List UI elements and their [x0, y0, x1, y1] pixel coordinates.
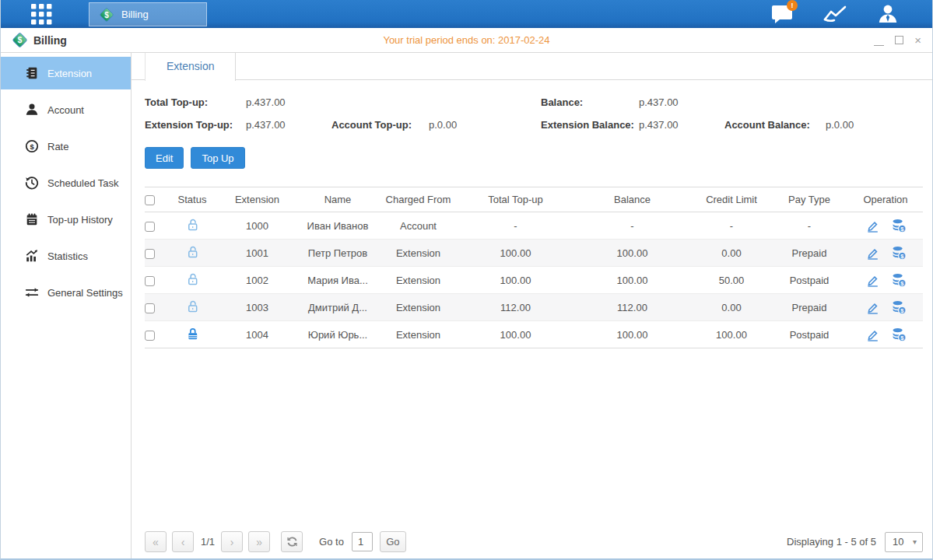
row-edit-button[interactable] — [865, 219, 879, 230]
balance-cell: 100.00 — [572, 267, 693, 294]
row-checkbox[interactable] — [145, 249, 155, 259]
sidebar-item-general-settings[interactable]: General Settings — [1, 276, 131, 309]
operation-cell: $ — [848, 267, 923, 294]
person-icon — [24, 103, 39, 117]
extension-cell: 1001 — [216, 240, 298, 267]
credit-limit-cell: 0.00 — [693, 294, 770, 321]
svg-text:$: $ — [30, 142, 34, 151]
last-page-button[interactable]: » — [248, 531, 270, 552]
prev-page-button[interactable]: ‹ — [172, 531, 194, 552]
apps-grid-icon[interactable] — [26, 0, 56, 28]
refresh-button[interactable] — [281, 531, 303, 552]
charged-from-cell: Extension — [377, 321, 459, 348]
table-row: 1002Мария Ива...Extension100.00100.0050.… — [145, 267, 923, 294]
column-header-total-topup: Total Top-up — [459, 187, 572, 212]
sidebar-item-topup-history[interactable]: Top-up History — [1, 203, 131, 236]
row-top-up-button[interactable]: $ — [892, 219, 907, 230]
table-row: 1003Дмитрий Д...Extension112.00112.000.0… — [145, 294, 923, 321]
tab-extension[interactable]: Extension — [145, 53, 236, 81]
row-top-up-button[interactable]: $ — [892, 246, 907, 257]
table-row: 1000Иван ИвановAccount----$ — [145, 212, 923, 240]
extension-topup-value: p.437.00 — [246, 119, 331, 131]
ledger-icon — [24, 212, 39, 227]
user-menu-button[interactable] — [875, 2, 901, 26]
operation-cell: $ — [848, 294, 923, 321]
total-topup-cell: 100.00 — [459, 240, 572, 267]
page-size-select[interactable]: 10 ▾ — [885, 532, 923, 552]
page-indicator: 1/1 — [201, 536, 215, 548]
row-top-up-button[interactable]: $ — [892, 327, 907, 339]
status-unlocked-icon — [186, 218, 199, 232]
goto-page-input[interactable] — [352, 532, 373, 551]
extension-book-icon — [24, 66, 39, 81]
extension-balance-label: Extension Balance: — [541, 119, 639, 131]
displaying-range-text: Displaying 1 - 5 of 5 — [787, 536, 876, 548]
maximize-button[interactable] — [895, 34, 903, 46]
sidebar-item-label: Scheduled Task — [47, 177, 119, 189]
pay-type-cell: Prepaid — [770, 240, 848, 267]
charged-from-cell: Extension — [377, 240, 459, 267]
sidebar-item-label: Statistics — [47, 250, 88, 262]
refresh-icon — [286, 536, 298, 548]
total-topup-value: p.437.00 — [246, 96, 331, 108]
extension-cell: 1004 — [216, 321, 298, 348]
status-cell — [168, 240, 216, 267]
sidebar-item-extension[interactable]: Extension — [1, 57, 131, 89]
credit-limit-cell: 100.00 — [693, 321, 770, 348]
sidebar-item-label: Rate — [47, 141, 68, 152]
close-button[interactable]: × — [914, 34, 921, 46]
notifications-button[interactable]: ! — [769, 2, 795, 26]
row-checkbox[interactable] — [145, 276, 155, 286]
account-balance-label: Account Balance: — [724, 119, 826, 131]
name-cell: Мария Ива... — [298, 267, 377, 294]
column-header-pay-type: Pay Type — [770, 187, 848, 212]
sidebar-item-statistics[interactable]: Statistics — [1, 240, 131, 272]
taskbar-tab-billing[interactable]: $ Billing — [89, 2, 207, 26]
row-edit-button[interactable] — [865, 273, 879, 285]
line-chart-icon — [823, 4, 847, 24]
row-edit-button[interactable] — [865, 300, 879, 312]
pay-type-cell: Prepaid — [770, 294, 848, 321]
credit-limit-cell: - — [693, 212, 770, 240]
row-top-up-button[interactable]: $ — [892, 273, 907, 285]
row-checkbox[interactable] — [145, 222, 155, 232]
balance-label: Balance: — [541, 96, 639, 108]
billing-summary: Total Top-up: p.437.00 Balance: p.437.00… — [145, 96, 923, 131]
edit-pencil-icon — [865, 273, 879, 287]
column-header-name: Name — [298, 187, 377, 212]
select-all-checkbox[interactable] — [145, 195, 155, 205]
reports-button[interactable] — [822, 2, 848, 26]
notification-badge: ! — [787, 0, 798, 11]
svg-text:$: $ — [18, 35, 23, 44]
row-edit-button[interactable] — [865, 327, 879, 339]
edit-pencil-icon — [865, 219, 879, 233]
account-topup-value: p.0.00 — [429, 119, 541, 131]
edit-button[interactable]: Edit — [145, 147, 184, 169]
row-edit-button[interactable] — [865, 246, 879, 257]
sidebar-item-account[interactable]: Account — [1, 93, 131, 126]
balance-cell: 112.00 — [572, 294, 693, 321]
edit-pencil-icon — [865, 327, 879, 341]
row-checkbox[interactable] — [145, 331, 155, 341]
svg-text:$: $ — [104, 10, 109, 19]
row-top-up-button[interactable]: $ — [892, 300, 907, 312]
name-cell: Иван Иванов — [298, 212, 377, 240]
sidebar-item-label: Top-up History — [47, 214, 113, 226]
sidebar-nav: Extension Account $ Rat — [1, 53, 132, 558]
column-header-operation: Operation — [848, 187, 923, 212]
top-up-button[interactable]: Top Up — [191, 147, 244, 169]
table-row: 1004Юрий Юрь...Extension100.00100.00100.… — [145, 321, 923, 348]
window-titlebar: $ Billing Your trial period ends on: 201… — [1, 28, 932, 53]
edit-pencil-icon — [865, 246, 879, 260]
row-checkbox[interactable] — [145, 303, 155, 313]
minimize-button[interactable] — [874, 34, 884, 46]
next-page-button[interactable]: › — [221, 531, 243, 552]
go-button[interactable]: Go — [380, 531, 406, 552]
status-unlocked-icon — [186, 272, 199, 286]
total-topup-cell: 100.00 — [459, 321, 572, 348]
sidebar-item-rate[interactable]: $ Rate — [1, 130, 131, 163]
extension-topup-label: Extension Top-up: — [145, 119, 246, 131]
sidebar-item-scheduled-task[interactable]: Scheduled Task — [1, 166, 131, 199]
first-page-button[interactable]: « — [145, 531, 167, 552]
name-cell: Дмитрий Д... — [298, 294, 377, 321]
